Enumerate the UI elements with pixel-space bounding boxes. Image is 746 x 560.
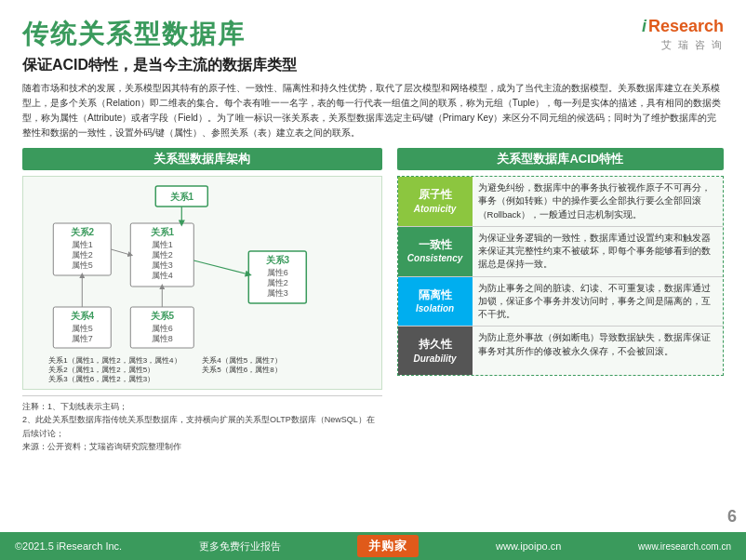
svg-text:关系3（属性6，属性2，属性3）: 关系3（属性6，属性2，属性3） <box>48 375 154 383</box>
right-column: 关系型数据库ACID特性 原子性Atomicity为避免纠纷，数据库中的事务执行… <box>397 148 724 454</box>
svg-text:属性2: 属性2 <box>267 278 288 287</box>
acid-label-atomicity: 原子性Atomicity <box>398 177 473 226</box>
logo-text: i Research <box>642 17 724 36</box>
acid-desc-durability: 为防止意外事故（例如断电）导致数据缺失，数据库保证事务对其所作的修改被永久保存，… <box>473 327 723 375</box>
svg-text:关系2: 关系2 <box>70 227 95 237</box>
svg-text:属性1: 属性1 <box>72 240 93 249</box>
content-area: 关系型数据库架构 关系1 关系2 属性1 属性2 属性5 关系1 属性1 <box>22 148 724 454</box>
diagram-svg: 关系1 关系2 属性1 属性2 属性5 关系1 属性1 属性2 属性3 属性4 <box>23 177 381 391</box>
svg-text:属性6: 属性6 <box>267 268 288 277</box>
svg-line-27 <box>111 249 130 255</box>
acid-label-durability: 持久性Durability <box>398 327 473 375</box>
acid-desc-consistency: 为保证业务逻辑的一致性，数据库通过设置约束和触发器来保证其完整性约束不被破坏，即… <box>473 227 723 276</box>
acid-row-durability: 持久性Durability为防止意外事故（例如断电）导致数据缺失，数据库保证事务… <box>398 327 723 375</box>
svg-text:关系5: 关系5 <box>150 311 175 321</box>
svg-text:属性2: 属性2 <box>152 250 173 260</box>
acid-cn-isolation: 隔离性 <box>419 288 452 303</box>
bottom-bar: ©2021.5 iResearch Inc. 更多免费行业报告 并购家 www.… <box>0 532 746 560</box>
svg-text:属性7: 属性7 <box>72 334 93 343</box>
svg-text:属性5: 属性5 <box>72 324 93 333</box>
subtitle: 保证ACID特性，是当今主流的数据库类型 <box>22 56 724 75</box>
logo-i-icon: i <box>642 17 646 36</box>
svg-text:关系1: 关系1 <box>169 192 194 202</box>
svg-text:关系4: 关系4 <box>70 311 95 321</box>
svg-text:属性8: 属性8 <box>152 334 173 343</box>
title-main: 传统关系型数据库 <box>22 17 246 52</box>
right-section-title: 关系型数据库ACID特性 <box>397 148 724 170</box>
svg-text:属性3: 属性3 <box>152 260 173 270</box>
logo-cn: 艾 瑞 咨 询 <box>661 38 724 52</box>
page: 传统关系型数据库 i Research 艾 瑞 咨 询 保证ACID特性，是当今… <box>0 0 746 560</box>
acid-en-durability: Durability <box>414 353 457 365</box>
svg-text:关系2（属性1，属性2，属性5）: 关系2（属性1，属性2，属性5） <box>48 366 154 374</box>
acid-en-isolation: Isolation <box>416 302 454 314</box>
footer-right-site: www.iresearch.com.cn <box>638 541 731 552</box>
notes-area: 注释：1、下划线表示主码； 2、此处关系型数据库指传统关系型数据库，支持横向扩展… <box>22 395 382 454</box>
header: 传统关系型数据库 i Research 艾 瑞 咨 询 <box>22 17 724 52</box>
acid-en-consistency: Consistency <box>407 252 462 264</box>
acid-row-atomicity: 原子性Atomicity为避免纠纷，数据库中的事务执行被视作原子不可再分，事务（… <box>398 177 723 227</box>
page-number: 6 <box>727 507 737 527</box>
diagram-area: 关系1 关系2 属性1 属性2 属性5 关系1 属性1 属性2 属性3 属性4 <box>22 176 382 390</box>
svg-text:属性6: 属性6 <box>152 324 173 333</box>
svg-text:属性1: 属性1 <box>152 240 173 249</box>
left-section-title: 关系型数据库架构 <box>22 148 382 170</box>
note-2: 2、此处关系型数据库指传统关系型数据库，支持横向扩展的关系型OLTP数据库（Ne… <box>22 413 382 440</box>
svg-text:关系5（属性6，属性8）: 关系5（属性6，属性8） <box>202 366 281 374</box>
left-column: 关系型数据库架构 关系1 关系2 属性1 属性2 属性5 关系1 属性1 <box>22 148 382 454</box>
note-1: 注释：1、下划线表示主码； <box>22 400 382 413</box>
acid-row-consistency: 一致性Consistency为保证业务逻辑的一致性，数据库通过设置约束和触发器来… <box>398 227 723 277</box>
svg-text:属性3: 属性3 <box>267 288 288 298</box>
footer-cta-button[interactable]: 并购家 <box>357 535 419 557</box>
footer-source: 更多免费行业报告 <box>199 540 281 553</box>
svg-text:关系1（属性1，属性2，属性3，属性4）: 关系1（属性1，属性2，属性3，属性4） <box>48 356 180 365</box>
acid-label-isolation: 隔离性Isolation <box>398 277 473 327</box>
svg-text:关系3: 关系3 <box>265 255 290 265</box>
svg-text:关系1: 关系1 <box>150 227 175 237</box>
note-3: 来源：公开资料；艾瑞咨询研究院整理制作 <box>22 440 382 453</box>
svg-text:属性2: 属性2 <box>72 250 93 260</box>
acid-row-isolation: 隔离性Isolation为防止事务之间的脏读、幻读、不可重复读，数据库通过加锁，… <box>398 277 723 327</box>
svg-text:属性5: 属性5 <box>72 260 93 270</box>
footer-copyright: ©2021.5 iResearch Inc. <box>15 540 122 552</box>
logo-research: Research <box>648 17 724 36</box>
body-text: 随着市场和技术的发展，关系模型因其特有的原子性、一致性、隔离性和持久性优势，取代… <box>22 81 724 140</box>
acid-en-atomicity: Atomicity <box>414 203 457 215</box>
acid-desc-isolation: 为防止事务之间的脏读、幻读、不可重复读，数据库通过加锁，保证多个事务并发访问时，… <box>473 277 723 327</box>
svg-text:属性4: 属性4 <box>152 271 173 280</box>
svg-text:关系4（属性5，属性7）: 关系4（属性5，属性7） <box>202 356 281 365</box>
acid-cn-durability: 持久性 <box>419 338 452 353</box>
acid-desc-atomicity: 为避免纠纷，数据库中的事务执行被视作原子不可再分，事务（例如转账）中的操作要么全… <box>473 177 723 226</box>
acid-cn-atomicity: 原子性 <box>419 188 452 203</box>
acid-label-consistency: 一致性Consistency <box>398 227 473 276</box>
footer-website: www.ipoipo.cn <box>496 540 561 552</box>
svg-line-28 <box>193 260 248 274</box>
acid-table: 原子性Atomicity为避免纠纷，数据库中的事务执行被视作原子不可再分，事务（… <box>397 176 724 376</box>
acid-cn-consistency: 一致性 <box>419 238 452 253</box>
logo-area: i Research 艾 瑞 咨 询 <box>642 17 724 52</box>
